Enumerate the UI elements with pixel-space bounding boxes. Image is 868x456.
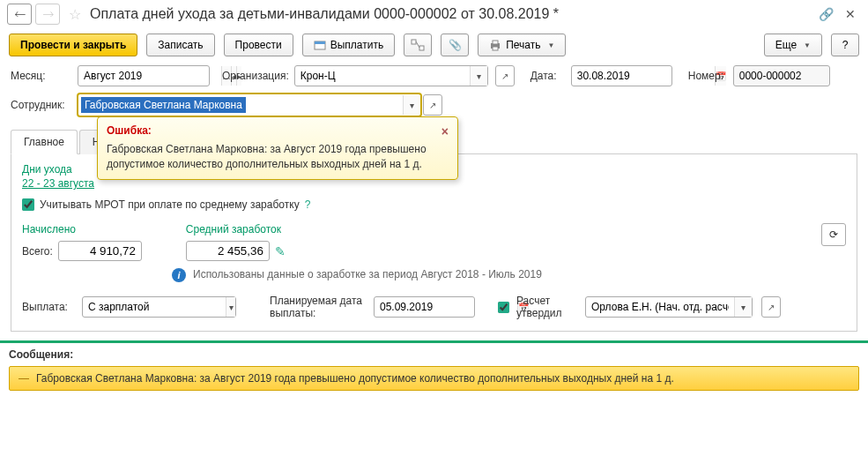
message-row[interactable]: — Габровская Светлана Марковна: за Авгус…	[9, 366, 859, 391]
mrot-label: Учитывать МРОТ при оплате по среднему за…	[40, 198, 300, 211]
window-header: 🡐 🡒 ☆ Оплата дней ухода за детьми-инвали…	[0, 0, 868, 28]
employee-dropdown-button[interactable]: ▾	[403, 95, 420, 115]
org-field[interactable]: ▾	[294, 65, 488, 86]
page-title: Оплата дней ухода за детьми-инвалидами 0…	[90, 6, 812, 22]
pay-icon	[314, 39, 326, 51]
info-row: i Использованы данные о заработке за пер…	[172, 268, 846, 282]
forward-button[interactable]: 🡒	[35, 4, 60, 25]
error-tooltip: Ошибка: × Габровская Светлана Марковна: …	[97, 116, 458, 180]
dash-icon: —	[19, 372, 29, 385]
mrot-checkbox[interactable]	[22, 198, 34, 211]
chevron-down-icon: ▼	[804, 41, 811, 49]
refresh-button[interactable]: ⟳	[821, 223, 846, 246]
approved-checkbox[interactable]	[498, 302, 509, 313]
form-row-employee: Сотрудник: Габровская Светлана Марковна …	[0, 90, 868, 120]
error-title: Ошибка:	[107, 124, 152, 138]
svg-rect-6	[493, 41, 498, 44]
svg-rect-1	[315, 41, 325, 44]
toolbar: Провести и закрыть Записать Провести Вып…	[0, 28, 868, 62]
avg-input[interactable]	[186, 241, 270, 261]
approved-label: Расчет утвердил	[516, 295, 569, 320]
tab-main[interactable]: Главное	[11, 130, 78, 154]
document-flow-icon	[411, 39, 425, 51]
document-flow-button[interactable]	[404, 34, 432, 56]
employee-value: Габровская Светлана Марковна	[81, 97, 246, 113]
post-close-button[interactable]: Провести и закрыть	[9, 34, 137, 56]
planned-date-label: Планируемая дата выплаты:	[270, 295, 367, 320]
date-label: Дата:	[530, 70, 566, 82]
employee-label: Сотрудник:	[11, 99, 72, 111]
mrot-row: Учитывать МРОТ при оплате по среднему за…	[22, 198, 846, 211]
payout-field[interactable]: ▾	[82, 296, 236, 318]
form-row-top: Месяц: … ◂ ▸ Организация: ▾ ↗ Дата: 📅 Но…	[0, 62, 868, 90]
payout-label: Выплата:	[22, 301, 75, 313]
accrued-label: Начислено	[22, 223, 142, 235]
date-field[interactable]: 📅	[571, 65, 672, 86]
employee-open-button[interactable]: ↗	[423, 94, 442, 116]
payout-dropdown-button[interactable]: ▾	[226, 297, 235, 317]
paperclip-icon: 📎	[449, 39, 462, 51]
employee-field[interactable]: Габровская Светлана Марковна ▾	[78, 93, 421, 116]
more-button[interactable]: Еще ▼	[764, 34, 822, 56]
svg-rect-7	[493, 47, 498, 50]
info-text: Использованы данные о заработке за перио…	[193, 268, 542, 282]
month-field[interactable]: … ◂ ▸	[78, 65, 210, 86]
accrued-col: Начислено Всего:	[22, 223, 142, 261]
help-button[interactable]: ?	[831, 34, 859, 56]
org-label: Организация:	[222, 70, 289, 82]
total-label: Всего:	[22, 245, 53, 258]
error-body: Габровская Светлана Марковна: за Август …	[107, 142, 449, 172]
post-button[interactable]: Провести	[224, 34, 293, 56]
chevron-down-icon: ▼	[548, 41, 555, 49]
svg-rect-3	[419, 46, 424, 50]
refresh-icon: ⟳	[829, 228, 838, 241]
avg-col: Средний заработок ✎	[186, 223, 286, 261]
planned-date-field[interactable]: 📅	[374, 296, 475, 318]
close-icon[interactable]: ×	[441, 124, 449, 138]
avg-label: Средний заработок	[186, 223, 286, 235]
svg-rect-2	[412, 40, 416, 44]
org-dropdown-button[interactable]: ▾	[470, 66, 487, 86]
number-field	[733, 65, 830, 86]
link-icon[interactable]: 🔗	[815, 5, 836, 23]
messages-panel: Сообщения: — Габровская Светлана Марковн…	[0, 343, 868, 400]
svg-line-4	[416, 41, 419, 48]
month-label: Месяц:	[11, 70, 72, 82]
help-icon[interactable]: ?	[305, 198, 311, 211]
approver-dropdown-button[interactable]: ▾	[734, 297, 752, 317]
message-text: Габровская Светлана Марковна: за Август …	[36, 372, 674, 385]
org-open-button[interactable]: ↗	[495, 65, 515, 86]
attach-button[interactable]: 📎	[441, 34, 469, 56]
favorite-icon[interactable]: ☆	[69, 6, 81, 23]
care-days-link[interactable]: 22 - 23 августа	[22, 177, 94, 190]
total-input[interactable]	[58, 241, 142, 261]
bottom-row: Выплата: ▾ Планируемая дата выплаты: 📅 Р…	[22, 295, 846, 320]
printer-icon	[489, 39, 501, 51]
tab-content-main: Дни ухода 22 - 23 августа Учитывать МРОТ…	[11, 154, 857, 332]
pencil-icon[interactable]: ✎	[275, 244, 286, 258]
back-button[interactable]: 🡐	[7, 4, 32, 25]
close-icon[interactable]: ✕	[840, 5, 861, 23]
approver-open-button[interactable]: ↗	[761, 296, 781, 318]
info-icon: i	[172, 268, 186, 282]
save-button[interactable]: Записать	[146, 34, 214, 56]
number-label: Номер:	[688, 70, 728, 82]
pay-button[interactable]: Выплатить	[302, 34, 396, 56]
print-button[interactable]: Печать ▼	[478, 34, 566, 56]
approver-field[interactable]: ▾	[585, 296, 753, 318]
messages-title: Сообщения:	[9, 348, 859, 361]
